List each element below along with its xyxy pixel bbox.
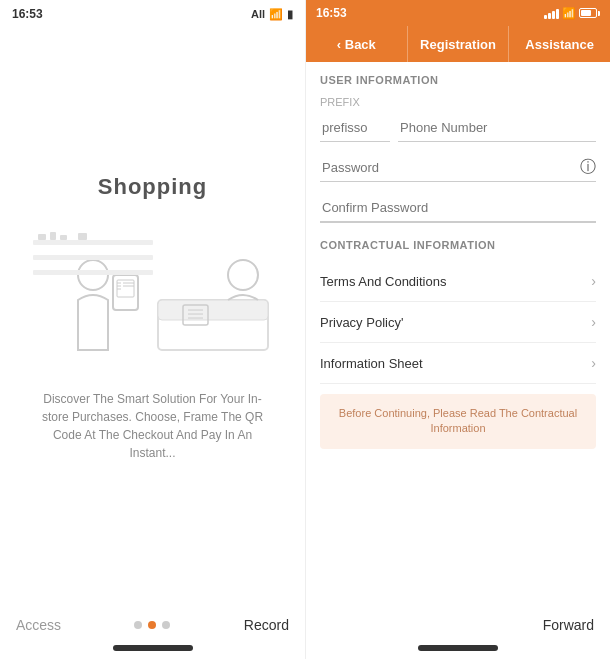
confirm-password-wrap — [320, 194, 596, 223]
right-bottom-nav: Forward — [306, 607, 610, 641]
terms-conditions-label: Terms And Conditions — [320, 274, 446, 289]
left-description: Discover The Smart Solution For Your In-… — [20, 390, 285, 462]
right-status-icons: 📶 — [544, 7, 600, 20]
contractual-note: Before Continuing, Please Read The Contr… — [320, 394, 596, 449]
signal-bar-4 — [556, 9, 559, 19]
right-home-indicator — [418, 645, 498, 651]
signal-bars-icon — [544, 7, 559, 19]
svg-rect-19 — [50, 232, 56, 240]
right-content: USER INFORMATION PREFIX ⓘ CONTRACTUAL IN… — [306, 62, 610, 607]
svg-point-2 — [228, 260, 258, 290]
svg-rect-17 — [33, 270, 153, 275]
prefix-input-wrap — [320, 114, 390, 142]
info-sheet-item[interactable]: Information Sheet › — [320, 343, 596, 384]
tab-registration-label: Registration — [420, 37, 496, 52]
signal-bar-1 — [544, 15, 547, 19]
tab-back[interactable]: ‹ Back — [306, 26, 408, 62]
tab-registration[interactable]: Registration — [408, 26, 510, 62]
prefix-phone-row — [320, 114, 596, 142]
signal-bar-2 — [548, 13, 551, 19]
left-status-bar: 16:53 All 📶 ▮ — [0, 0, 305, 28]
tab-assistance[interactable]: Assistance — [509, 26, 610, 62]
wifi-icon: 📶 — [269, 8, 283, 21]
battery-icon: ▮ — [287, 8, 293, 21]
left-panel: 16:53 All 📶 ▮ Shopping — [0, 0, 305, 659]
contractual-section-label: CONTRACTUAL INFORMATION — [320, 239, 596, 251]
nav-dot-1[interactable] — [134, 621, 142, 629]
privacy-chevron-icon: › — [591, 314, 596, 330]
tab-assistance-label: Assistance — [525, 37, 594, 52]
signal-bar-3 — [552, 11, 555, 19]
nav-record-label[interactable]: Record — [244, 617, 289, 633]
phone-input-wrap — [398, 114, 596, 142]
svg-rect-16 — [33, 255, 153, 260]
nav-dot-3[interactable] — [162, 621, 170, 629]
left-time: 16:53 — [12, 7, 43, 21]
privacy-policy-label: Privacy Policy' — [320, 315, 403, 330]
phone-input[interactable] — [398, 114, 596, 142]
svg-rect-15 — [33, 240, 153, 245]
left-status-icons: All 📶 ▮ — [251, 8, 293, 21]
right-nav-tabs: ‹ Back Registration Assistance — [306, 26, 610, 62]
shopping-illustration — [28, 220, 278, 370]
terms-conditions-item[interactable]: Terms And Conditions › — [320, 261, 596, 302]
user-info-section-label: USER INFORMATION — [320, 74, 596, 86]
password-row: ⓘ — [320, 154, 596, 182]
left-bottom-nav: Access Record — [0, 607, 305, 641]
svg-rect-21 — [78, 233, 87, 240]
nav-dot-2[interactable] — [148, 621, 156, 629]
info-icon[interactable]: ⓘ — [580, 157, 596, 178]
left-signal: All — [251, 8, 265, 20]
privacy-policy-item[interactable]: Privacy Policy' › — [320, 302, 596, 343]
svg-rect-18 — [38, 234, 46, 240]
prefix-section-label: PREFIX — [320, 96, 596, 108]
right-status-bar: 16:53 📶 — [306, 0, 610, 26]
contractual-section: CONTRACTUAL INFORMATION Terms And Condit… — [320, 239, 596, 449]
terms-chevron-icon: › — [591, 273, 596, 289]
info-sheet-label: Information Sheet — [320, 356, 423, 371]
nav-forward-label[interactable]: Forward — [543, 617, 594, 633]
confirm-password-input[interactable] — [320, 194, 596, 222]
tab-back-label: ‹ Back — [337, 37, 376, 52]
right-time: 16:53 — [316, 6, 347, 20]
svg-rect-1 — [158, 300, 268, 320]
nav-dots — [134, 621, 170, 629]
svg-rect-20 — [60, 235, 67, 240]
battery-right-icon — [579, 8, 600, 18]
password-input[interactable] — [320, 154, 580, 181]
prefix-input[interactable] — [320, 114, 390, 142]
right-panel: 16:53 📶 ‹ Back Registration Ass — [305, 0, 610, 659]
left-content: Shopping — [0, 28, 305, 607]
wifi-right-icon: 📶 — [562, 7, 576, 20]
nav-access-label: Access — [16, 617, 61, 633]
app-logo: Shopping — [98, 174, 207, 200]
info-sheet-chevron-icon: › — [591, 355, 596, 371]
left-home-indicator — [113, 645, 193, 651]
